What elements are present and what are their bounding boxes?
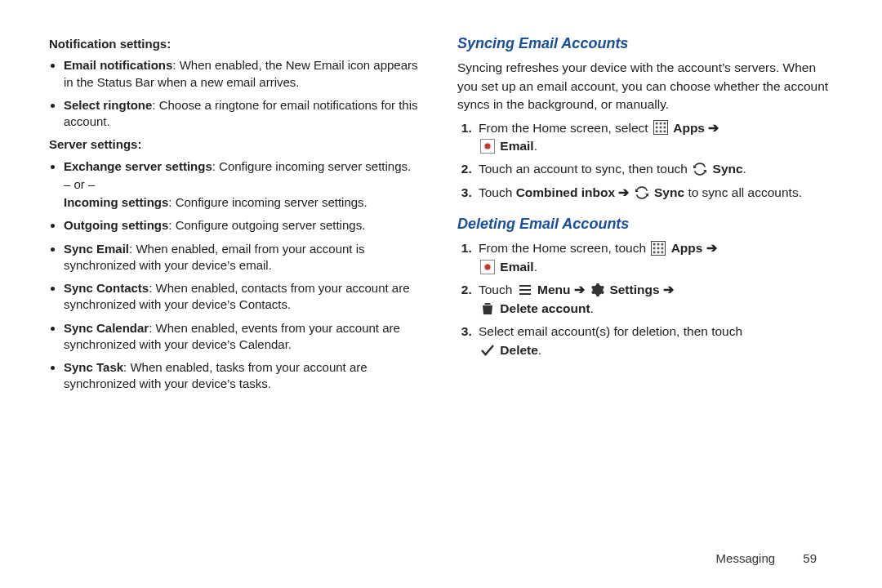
del-step-3: Select email account(s) for deletion, th…	[475, 323, 833, 359]
left-column: Notification settings: Email notificatio…	[49, 33, 425, 539]
period: .	[534, 139, 537, 153]
label: Sync Task	[64, 360, 123, 374]
svg-rect-9	[653, 243, 656, 246]
label: Outgoing settings	[64, 218, 168, 232]
svg-rect-13	[657, 247, 660, 250]
apps-icon	[653, 120, 668, 135]
label: Sync Contacts	[64, 281, 149, 295]
or-divider: – or –	[64, 176, 425, 193]
bullet-exchange-settings: Exchange server settings: Configure inco…	[64, 158, 425, 212]
sync-label: Sync	[654, 185, 684, 199]
menu-icon	[518, 283, 532, 297]
label: Email notifications	[64, 58, 172, 72]
deleting-steps: From the Home screen, touch Apps ➔ Email…	[475, 239, 833, 359]
syncing-title: Syncing Email Accounts	[457, 33, 833, 54]
arrow-icon: ➔	[708, 121, 719, 135]
sync-icon	[635, 185, 649, 200]
svg-rect-16	[657, 252, 660, 254]
right-column: Syncing Email Accounts Syncing refreshes…	[457, 33, 833, 539]
text: Select email account(s) for deletion, th…	[479, 324, 742, 338]
email-label: Email	[500, 139, 533, 153]
footer-page-number: 59	[803, 551, 817, 565]
check-icon	[480, 343, 495, 358]
bullet-sync-task: Sync Task: When enabled, tasks from your…	[64, 359, 425, 393]
syncing-intro: Syncing refreshes your device with the a…	[457, 59, 833, 114]
text: Touch	[479, 185, 516, 199]
combined-inbox-label: Combined inbox	[516, 185, 619, 199]
del-step-1: From the Home screen, touch Apps ➔ Email…	[475, 239, 833, 276]
sync-label: Sync	[713, 162, 743, 176]
bullet-outgoing-settings: Outgoing settings: Configure outgoing se…	[64, 217, 425, 234]
svg-rect-5	[663, 127, 666, 129]
text: From the Home screen, select	[479, 121, 652, 135]
syncing-steps: From the Home screen, select Apps ➔ Emai…	[475, 119, 833, 203]
text: : Configure incoming server settings.	[212, 159, 411, 173]
arrow-icon: ➔	[663, 283, 674, 296]
svg-rect-2	[663, 122, 666, 125]
label: Sync Calendar	[64, 321, 149, 335]
svg-rect-15	[653, 252, 656, 254]
server-settings-heading: Server settings:	[49, 136, 425, 153]
period: .	[538, 343, 541, 357]
trash-icon	[480, 301, 495, 316]
svg-rect-20	[519, 293, 531, 295]
text: : Configure incoming server settings.	[168, 195, 367, 209]
svg-rect-4	[660, 127, 662, 129]
bullet-select-ringtone: Select ringtone: Choose a ringtone for e…	[64, 97, 425, 131]
email-icon	[480, 139, 495, 154]
sync-step-3: Touch Combined inbox ➔ Sync to sync all …	[475, 184, 833, 202]
svg-rect-6	[656, 131, 658, 133]
server-bullets: Exchange server settings: Configure inco…	[64, 158, 425, 393]
delete-label: Delete	[500, 343, 538, 357]
text: : Configure outgoing server settings.	[168, 218, 365, 232]
svg-rect-0	[656, 122, 658, 125]
arrow-icon: ➔	[574, 283, 585, 296]
page-footer: Messaging 59	[716, 551, 817, 565]
svg-rect-3	[656, 127, 658, 129]
period: .	[534, 260, 537, 274]
text: to sync all accounts.	[684, 185, 802, 199]
notification-bullets: Email notifications: When enabled, the N…	[64, 57, 425, 130]
svg-rect-7	[660, 131, 662, 133]
arrow-icon: ➔	[618, 185, 629, 199]
svg-rect-18	[519, 285, 531, 287]
settings-icon	[590, 283, 604, 297]
svg-rect-14	[662, 247, 664, 250]
text: From the Home screen, touch	[479, 241, 649, 255]
sync-step-2: Touch an account to sync, then touch Syn…	[475, 160, 833, 178]
svg-rect-11	[662, 243, 664, 246]
email-icon	[480, 260, 495, 274]
label: Select ringtone	[64, 98, 152, 112]
email-label: Email	[500, 260, 533, 274]
label: Incoming settings	[64, 195, 168, 209]
bullet-sync-contacts: Sync Contacts: When enabled, contacts fr…	[64, 280, 425, 314]
apps-label: Apps	[673, 121, 708, 135]
svg-rect-17	[662, 252, 664, 254]
period: .	[743, 162, 746, 176]
svg-rect-19	[519, 289, 531, 291]
text: Touch	[479, 283, 516, 296]
bullet-sync-calendar: Sync Calendar: When enabled, events from…	[64, 320, 425, 354]
svg-rect-8	[663, 131, 666, 133]
bullet-email-notifications: Email notifications: When enabled, the N…	[64, 57, 425, 91]
sync-step-1: From the Home screen, select Apps ➔ Emai…	[475, 119, 833, 156]
text: Touch an account to sync, then touch	[479, 162, 691, 176]
label: Exchange server settings	[64, 159, 212, 173]
settings-label: Settings	[609, 283, 662, 296]
del-step-2: Touch Menu ➔ Settings ➔ Delete account.	[475, 281, 833, 318]
footer-section: Messaging	[716, 551, 776, 565]
label: Sync Email	[64, 242, 129, 256]
svg-rect-1	[660, 122, 662, 125]
menu-label: Menu	[537, 283, 574, 296]
deleting-title: Deleting Email Accounts	[457, 213, 833, 234]
bullet-sync-email: Sync Email: When enabled, email from you…	[64, 241, 425, 274]
delete-account-label: Delete account	[500, 301, 590, 315]
period: .	[590, 301, 594, 315]
svg-rect-12	[653, 247, 656, 250]
page-content: Notification settings: Email notificatio…	[0, 0, 882, 555]
svg-rect-10	[657, 243, 660, 246]
notification-settings-heading: Notification settings:	[49, 36, 425, 52]
apps-icon	[651, 241, 666, 256]
apps-label: Apps	[671, 241, 706, 255]
arrow-icon: ➔	[706, 241, 717, 255]
